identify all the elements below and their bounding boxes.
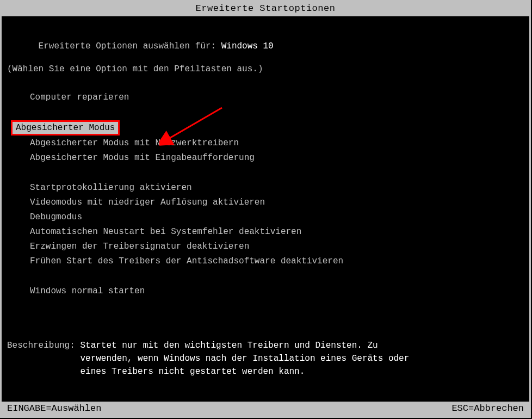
footer-esc-hint: ESC=Abbrechen: [451, 403, 524, 414]
title-bar: Erweiterte Startoptionen: [2, 2, 529, 16]
option-disable-auto-restart[interactable]: Automatischen Neustart bei Systemfehler …: [28, 225, 524, 239]
option-disable-driver-sig[interactable]: Erzwingen der Treibersignatur deaktivier…: [28, 239, 524, 254]
option-low-res-video[interactable]: Videomodus mit niedriger Auflösung aktiv…: [28, 195, 524, 210]
description-line-2: verwenden, wenn Windows nach der Install…: [7, 354, 524, 363]
footer-enter-hint: EINGABE=Auswählen: [7, 403, 101, 414]
option-safe-mode-wrap: Abgesicherter Modus: [28, 121, 524, 135]
footer-bar: EINGABE=Auswählen ESC=Abbrechen: [2, 402, 529, 416]
description-label: Beschreibung:: [7, 341, 80, 350]
option-safe-mode-networking[interactable]: Abgesicherter Modus mit Netzwerktreibern: [28, 136, 524, 150]
option-start-normally[interactable]: Windows normal starten: [28, 284, 524, 298]
os-name: Windows 10: [221, 41, 274, 51]
option-safe-mode-command-prompt[interactable]: Abgesicherter Modus mit Eingabeaufforder…: [28, 151, 524, 165]
window-title: Erweiterte Startoptionen: [196, 3, 336, 14]
header-prompt: Erweiterte Optionen auswählen für:: [39, 41, 221, 51]
option-debug-mode[interactable]: Debugmodus: [28, 210, 524, 224]
description-text-3: eines Treibers nicht gestartet werden ka…: [80, 367, 305, 377]
options-list: Computer reparieren Abgesicherter Modus …: [28, 90, 524, 298]
description-block: Beschreibung: Startet nur mit den wichti…: [7, 341, 524, 380]
header-line: Erweiterte Optionen auswählen für: Windo…: [7, 32, 524, 61]
group-spacer: [28, 105, 524, 120]
option-safe-mode[interactable]: Abgesicherter Modus: [11, 121, 119, 135]
header-hint: (Wählen Sie eine Option mit den Pfeiltas…: [7, 64, 524, 74]
content-area: Erweiterte Optionen auswählen für: Windo…: [2, 16, 529, 402]
group-spacer: [28, 269, 524, 284]
option-repair-computer[interactable]: Computer reparieren: [28, 90, 524, 104]
group-spacer: [28, 165, 524, 181]
description-line-1: Beschreibung: Startet nur mit den wichti…: [7, 341, 524, 350]
option-disable-early-launch-antimalware[interactable]: Frühen Start des Treibers der Antischads…: [28, 254, 524, 268]
description-text-2: verwenden, wenn Windows nach der Install…: [80, 354, 409, 363]
boot-options-window: Erweiterte Startoptionen Erweiterte Opti…: [0, 0, 531, 418]
description-line-3: eines Treibers nicht gestartet werden ka…: [7, 367, 524, 377]
option-enable-boot-logging[interactable]: Startprotokollierung aktivieren: [28, 181, 524, 195]
description-text-1: Startet nur mit den wichtigsten Treibern…: [80, 341, 378, 350]
